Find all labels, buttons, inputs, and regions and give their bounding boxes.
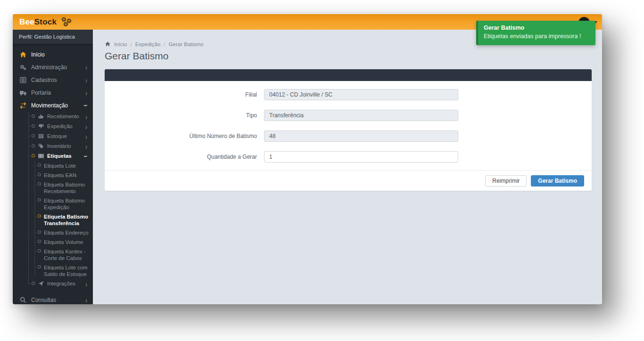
sidebar-item-label: Estoque	[47, 133, 83, 139]
send-icon	[38, 280, 44, 287]
sidebar-item-expedicao[interactable]: Expedição ›	[13, 122, 93, 131]
etiquetas-submenu: Etiqueta Lote Etiqueta EAN Etiqueta Bati…	[13, 161, 93, 279]
bullet-icon	[32, 282, 35, 285]
thumbs-up-icon	[38, 113, 44, 120]
sidebar-item-etiqueta-batismo-expedicao[interactable]: Etiqueta Batismo Expedição	[13, 196, 93, 212]
sidebar-item-label: Etiqueta Batismo Recebimento	[44, 181, 89, 195]
app-window: BeeStock	[13, 14, 602, 304]
bullet-icon	[32, 154, 35, 157]
quantidade-a-gerar-field[interactable]	[264, 151, 458, 162]
field-label: Filial	[105, 91, 264, 98]
sidebar-item-label: Etiqueta Volume	[44, 239, 83, 245]
sidebar-item-label: Portaria	[31, 89, 85, 96]
chevron-right-icon: ›	[85, 63, 87, 72]
filial-field	[264, 89, 458, 100]
bullet-icon	[38, 230, 41, 234]
breadcrumb-link-inicio[interactable]: Início	[114, 41, 127, 47]
bullet-icon	[38, 173, 41, 176]
sidebar-item-etiqueta-ean[interactable]: Etiqueta EAN	[13, 170, 93, 180]
sidebar-item-label: Recebimento	[47, 113, 83, 120]
sidebar-item-etiqueta-batismo-recebimento[interactable]: Etiqueta Batismo Recebimento	[13, 180, 93, 196]
sidebar-item-inicio[interactable]: Início	[13, 48, 93, 61]
form-row-filial: Filial	[105, 89, 592, 100]
logo-text-stock: Stock	[34, 17, 57, 27]
sidebar: Perfil: Gestão Logística Início Administ…	[13, 30, 93, 304]
grid-icon	[38, 133, 44, 139]
sidebar-item-label: Inventário	[47, 143, 83, 149]
gerar-batismo-button[interactable]: Gerar Batismo	[531, 175, 584, 187]
breadcrumb-current: Gerar Batismo	[169, 41, 204, 47]
sidebar-item-label: Cadastros	[31, 77, 85, 83]
beestock-logo[interactable]: BeeStock	[13, 16, 73, 28]
sidebar-item-administracao[interactable]: Administração ›	[13, 61, 93, 73]
chevron-right-icon: ›	[85, 142, 87, 151]
chevron-right-icon: ›	[85, 295, 87, 304]
sidebar-item-label: Etiqueta Kardex - Corte de Cabos	[44, 248, 89, 261]
barcode-icon	[38, 153, 44, 159]
form-panel: Filial Tipo Último Número de Batismo Qua…	[105, 69, 592, 191]
home-icon	[105, 41, 111, 47]
sidebar-item-portaria[interactable]: Portaria ›	[13, 86, 93, 99]
profile-label: Perfil: Gestão Logística	[19, 34, 75, 40]
sidebar-item-label: Etiqueta EAN	[44, 172, 76, 179]
breadcrumb-separator: /	[131, 41, 132, 47]
bullet-icon	[38, 249, 41, 252]
sidebar-item-etiqueta-kardex[interactable]: Etiqueta Kardex - Corte de Cabos	[13, 247, 93, 263]
bullet-icon	[38, 163, 41, 167]
sidebar-item-etiqueta-batismo-transferencia[interactable]: Etiqueta Batismo Transferência	[13, 212, 93, 228]
sidebar-item-integracoes[interactable]: Integrações ›	[13, 279, 93, 289]
field-label: Quantidade a Gerar	[105, 154, 264, 160]
tag-icon	[38, 143, 44, 149]
sidebar-item-label: Etiqueta Lote	[44, 162, 76, 169]
exchange-icon	[19, 102, 27, 109]
chevron-right-icon: ›	[85, 88, 87, 97]
truck-icon	[19, 89, 27, 97]
chevron-down-icon: ›	[82, 155, 91, 157]
sidebar-item-movimentacao[interactable]: Movimentação ›	[13, 99, 93, 112]
toast-message: Etiquetas enviadas para impressora !	[484, 33, 591, 40]
list-icon	[19, 76, 27, 84]
form-body: Filial Tipo Último Número de Batismo Qua…	[105, 81, 592, 170]
sidebar-item-etiquetas[interactable]: Etiquetas ›	[13, 151, 93, 161]
sidebar-item-label: Movimentação	[31, 102, 85, 109]
search-icon	[19, 296, 27, 304]
sidebar-item-consultas[interactable]: Consultas ›	[13, 293, 93, 304]
sidebar-item-etiqueta-lote-saldo[interactable]: Etiqueta Lote com Saldo de Estoque	[13, 263, 93, 279]
sidebar-item-label: Etiqueta Endereço	[44, 229, 89, 236]
tipo-field	[264, 110, 458, 121]
bullet-icon	[38, 265, 41, 268]
toast-title: Gerar Batismo	[484, 24, 591, 31]
bullet-icon	[38, 214, 41, 218]
form-row-tipo: Tipo	[105, 110, 592, 121]
logo-text-bee: Bee	[19, 17, 34, 27]
movimentacao-submenu: Recebimento › Expedição › Estoque ›	[13, 112, 93, 289]
sidebar-item-label: Administração	[31, 64, 85, 71]
profile-bar: Perfil: Gestão Logística	[13, 30, 93, 44]
sidebar-item-etiqueta-endereco[interactable]: Etiqueta Endereço	[13, 228, 93, 237]
thumbs-down-icon	[38, 123, 44, 130]
breadcrumb-link-expedicao[interactable]: Expedição	[135, 41, 161, 47]
sidebar-item-etiqueta-lote[interactable]: Etiqueta Lote	[13, 161, 93, 170]
sidebar-item-inventario[interactable]: Inventário ›	[13, 141, 93, 151]
sidebar-item-recebimento[interactable]: Recebimento ›	[13, 112, 93, 122]
sidebar-item-cadastros[interactable]: Cadastros ›	[13, 73, 93, 86]
sidebar-item-label: Etiqueta Batismo Transferência	[44, 213, 89, 227]
home-icon	[19, 51, 27, 58]
page-title: Gerar Batismo	[105, 50, 602, 62]
field-label: Último Número de Batismo	[105, 133, 264, 139]
reimprimir-button[interactable]: Reimprimir	[485, 175, 527, 187]
form-row-ultimo-numero: Último Número de Batismo	[105, 130, 592, 142]
chevron-right-icon: ›	[85, 122, 87, 131]
sidebar-item-estoque[interactable]: Estoque ›	[13, 131, 93, 141]
chevron-right-icon: ›	[85, 112, 87, 122]
bullet-icon	[32, 134, 35, 138]
breadcrumb-separator: /	[164, 41, 165, 47]
sidebar-item-etiqueta-volume[interactable]: Etiqueta Volume	[13, 237, 93, 247]
toast-notification[interactable]: Gerar Batismo Etiquetas enviadas para im…	[476, 21, 595, 45]
sidebar-item-label: Expedição	[47, 123, 83, 130]
form-row-quantidade: Quantidade a Gerar	[105, 151, 592, 162]
panel-header-bar	[105, 69, 592, 81]
ultimo-numero-batismo-field	[264, 130, 458, 142]
chevron-down-icon: ›	[82, 105, 91, 106]
field-label: Tipo	[105, 112, 264, 119]
